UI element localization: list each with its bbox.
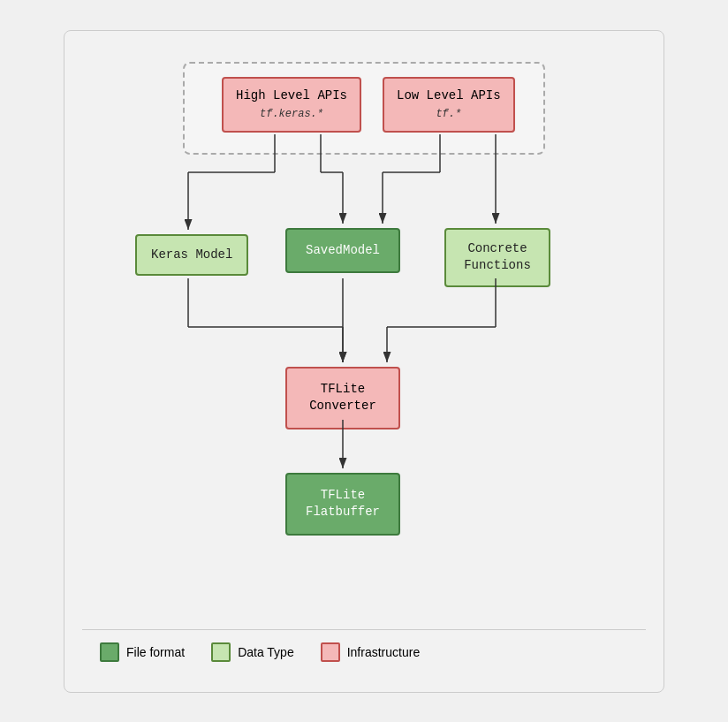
legend-item-file-format: File format <box>100 642 185 662</box>
diagram-area: High Level APIs tf.keras.* Low Level API… <box>82 57 646 620</box>
keras-model-box: Keras Model <box>135 234 248 277</box>
tflite-converter-line1: TFLite <box>321 381 365 399</box>
legend-label-data-type: Data Type <box>238 645 294 659</box>
legend-swatch-light-green <box>211 642 231 662</box>
legend-label-infrastructure: Infrastructure <box>347 645 420 659</box>
low-level-api-subtitle: tf.* <box>436 107 461 122</box>
saved-model-label: SavedModel <box>306 242 380 260</box>
tflite-converter-box: TFLite Converter <box>285 367 400 429</box>
legend-swatch-green <box>100 642 119 662</box>
high-level-api-subtitle: tf.keras.* <box>260 107 323 122</box>
tflite-converter-line2: Converter <box>309 398 376 415</box>
high-level-api-title: High Level APIs <box>236 87 347 105</box>
tflite-flatbuffer-line2: Flatbuffer <box>306 504 380 521</box>
concrete-functions-box: Concrete Functions <box>444 228 550 287</box>
legend-label-file-format: File format <box>126 645 185 659</box>
tflite-flatbuffer-line1: TFLite <box>321 487 365 505</box>
concrete-functions-line2: Functions <box>464 257 531 275</box>
legend-item-data-type: Data Type <box>211 642 294 662</box>
legend-swatch-pink <box>321 642 340 662</box>
concrete-functions-line1: Concrete <box>467 240 527 258</box>
legend-item-infrastructure: Infrastructure <box>321 642 420 662</box>
saved-model-box: SavedModel <box>285 228 400 274</box>
legend: File format Data Type Infrastructure <box>82 629 646 674</box>
high-level-api-box: High Level APIs tf.keras.* <box>222 77 361 133</box>
diagram-card: High Level APIs tf.keras.* Low Level API… <box>64 30 664 693</box>
tflite-flatbuffer-box: TFLite Flatbuffer <box>285 473 400 536</box>
low-level-api-title: Low Level APIs <box>397 87 501 105</box>
keras-model-label: Keras Model <box>151 247 232 264</box>
low-level-api-box: Low Level APIs tf.* <box>383 77 515 133</box>
